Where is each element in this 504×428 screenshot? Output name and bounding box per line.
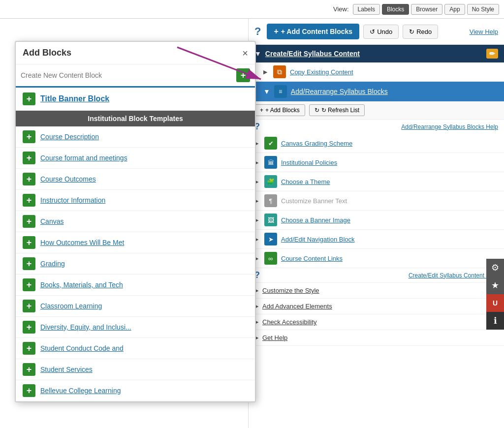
check-accessibility-label: Check Accessibility [262, 318, 317, 326]
add-blocks-btn-label: + Add Blocks [265, 107, 300, 114]
add-blocks-dialog: Add Blocks × + + Title Banner Block Inst… [15, 41, 256, 402]
navigation-icon: ➤ [264, 233, 277, 245]
dialog-header: Add Blocks × [16, 42, 255, 64]
rearrange-help-link[interactable]: Add/Rearrange Syllabus Blocks Help [401, 123, 498, 130]
syllabus-item-nav-block[interactable]: ▶ ➤ Add/Edit Navigation Block [249, 230, 504, 249]
block-item-grading[interactable]: + Grading [16, 253, 255, 275]
plus-icon[interactable]: + [23, 278, 35, 291]
rearrange-label[interactable]: Add/Rearrange Syllabus Blocks [291, 88, 388, 95]
rearrange-arrow[interactable]: ▼ [263, 88, 270, 95]
block-item-instructor-info[interactable]: + Instructor Information [16, 190, 255, 211]
block-item-bellevue-college[interactable]: + Bellevue College Learning [16, 380, 255, 401]
image-icon: 🖼 [264, 214, 277, 226]
customize-style-label: Customize the Style [262, 287, 319, 294]
syllabus-item-institutional-policies[interactable]: ▶ 🏛 Institutional Policies [249, 153, 504, 172]
undo-icon: ↺ [370, 28, 375, 35]
block-label: Course Description [40, 133, 99, 141]
create-edit-label[interactable]: Create/Edit Syllabus Content [265, 50, 360, 58]
customize-style-item[interactable]: ▶ Customize the Style [249, 283, 504, 299]
block-item-course-format[interactable]: + Course format and meetings [16, 148, 255, 169]
get-help-item[interactable]: ▶ Get Help [249, 330, 504, 346]
redo-button[interactable]: ↻ Redo [403, 25, 438, 39]
user-icon-btn[interactable]: U [486, 294, 504, 312]
view-btn-browser[interactable]: Browser [411, 4, 442, 15]
view-btn-labels[interactable]: Labels [353, 4, 380, 15]
block-label: Student Services [40, 366, 93, 373]
edit-icon[interactable]: ✏ [486, 49, 498, 59]
get-help-label: Get Help [262, 334, 287, 341]
syllabus-item-content-links[interactable]: ▶ ∞ Course Content Links [249, 249, 504, 268]
nav-block-label: Add/Edit Navigation Block [281, 236, 355, 243]
plus-icon[interactable]: + [23, 194, 35, 207]
block-label: Course format and meetings [40, 154, 127, 162]
plus-icon[interactable]: + [23, 236, 35, 249]
title-banner-row[interactable]: + Title Banner Block [16, 88, 255, 111]
block-item-conduct-code[interactable]: + Student Conduct Code and [16, 338, 255, 359]
syllabus-item-customize-banner[interactable]: ▶ ¶ Customize Banner Text [249, 191, 504, 211]
plus-icon[interactable]: + [23, 321, 35, 334]
rearrange-help-bar: ? Add/Rearrange Syllabus Blocks Help [249, 120, 504, 134]
plus-icon[interactable]: + [23, 130, 35, 143]
undo-label: Undo [377, 28, 392, 35]
institutional-template-header: Institutional Block Templates [16, 111, 255, 126]
star-icon-btn[interactable]: ★ [486, 276, 504, 294]
plus-icon[interactable]: + [23, 384, 35, 397]
block-item-books-materials[interactable]: + Books, Materials, and Tech [16, 275, 255, 296]
plus-icon[interactable]: + [23, 152, 35, 164]
add-blocks-button[interactable]: + + Add Blocks [254, 104, 305, 116]
view-btn-blocks[interactable]: Blocks [382, 4, 409, 15]
add-blocks-plus-icon: + [260, 107, 263, 114]
syllabus-items-list: ▶ ✔ Canvas Grading Scheme ▶ 🏛 Institutio… [249, 134, 504, 268]
plus-icon[interactable]: + [23, 300, 35, 312]
advanced-elements-item[interactable]: ▶ Add Advanced Elements [249, 299, 504, 314]
banner-image-label: Choose a Banner Image [281, 216, 350, 224]
side-icons: ⚙ ★ U ℹ [486, 259, 504, 330]
title-banner-plus-icon[interactable]: + [23, 92, 35, 105]
refresh-list-button[interactable]: ↻ ↻ Refresh List [309, 104, 365, 116]
block-label: Canvas [40, 217, 63, 225]
customize-banner-label: Customize Banner Text [281, 197, 347, 205]
block-label: Student Conduct Code and [40, 344, 124, 352]
block-item-canvas[interactable]: + Canvas [16, 211, 255, 232]
search-add-button[interactable]: + [236, 68, 250, 82]
content-links-label: Course Content Links [281, 255, 343, 262]
plus-icon[interactable]: + [23, 257, 35, 270]
view-btn-nostyle[interactable]: No Style [467, 4, 499, 15]
undo-button[interactable]: ↺ Undo [363, 25, 399, 39]
check-accessibility-item[interactable]: ▶ Check Accessibility [249, 314, 504, 330]
block-item-classroom-learning[interactable]: + Classroom Learning [16, 296, 255, 317]
view-btn-app[interactable]: App [444, 4, 465, 15]
block-item-course-outcomes[interactable]: + Course Outcomes [16, 169, 255, 190]
syllabus-item-choose-theme[interactable]: ▶ 🧩 Choose a Theme [249, 172, 504, 191]
refresh-label: ↻ Refresh List [321, 107, 359, 114]
block-item-course-description[interactable]: + Course Description [16, 126, 255, 148]
plus-icon[interactable]: + [23, 363, 35, 376]
main-area: ? + + Add Content Blocks ↺ Undo ↻ Redo V… [0, 19, 504, 428]
syllabus-item-canvas-grading[interactable]: ▶ ✔ Canvas Grading Scheme [249, 134, 504, 153]
block-label: Grading [40, 260, 65, 268]
syllabus-item-banner-image[interactable]: ▶ 🖼 Choose a Banner Image [249, 211, 504, 230]
block-item-outcomes-met[interactable]: + How Outcomes Will Be Met [16, 232, 255, 253]
dialog-title: Add Blocks [23, 48, 71, 58]
title-banner-label[interactable]: Title Banner Block [40, 94, 109, 103]
view-help-link[interactable]: View Help [470, 28, 498, 35]
plus-icon[interactable]: + [23, 342, 35, 355]
plus-icon[interactable]: + [23, 215, 35, 228]
settings-icon-btn[interactable]: ⚙ [486, 259, 504, 276]
bottom-section: ▶ Customize the Style ▶ Add Advanced Ele… [249, 282, 504, 346]
block-item-diversity[interactable]: + Diversity, Equity, and Inclusi... [16, 317, 255, 338]
refresh-icon: ↻ [315, 107, 319, 114]
dialog-close-button[interactable]: × [242, 48, 248, 58]
content-help-link[interactable]: Create/Edit Syllabus Content Help [409, 272, 498, 279]
links-icon: ∞ [264, 252, 277, 265]
puzzle-icon: 🧩 [264, 175, 277, 188]
help-question-mark[interactable]: ? [254, 25, 261, 38]
create-block-search-input[interactable] [21, 71, 233, 79]
block-item-student-services[interactable]: + Student Services [16, 359, 255, 380]
plus-icon[interactable]: + [23, 173, 35, 185]
copy-existing-label[interactable]: Copy Existing Content [290, 68, 353, 76]
add-content-blocks-button[interactable]: + + Add Content Blocks [267, 24, 359, 39]
institutional-icon: 🏛 [264, 156, 277, 169]
info-icon-btn[interactable]: ℹ [486, 312, 504, 330]
copy-existing-item[interactable]: ▶ ⧉ Copy Existing Content [249, 62, 504, 82]
